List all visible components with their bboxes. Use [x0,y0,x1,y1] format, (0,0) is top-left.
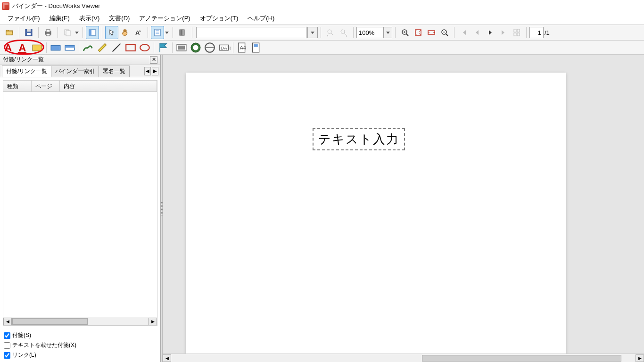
menu-view[interactable]: 表示(V) [74,13,104,24]
doc-scroll-right-icon[interactable]: ▶ [636,354,644,362]
page-total-label: /1 [545,29,550,36]
check-link-input[interactable] [4,352,10,359]
menu-annotation[interactable]: アノテーション(P) [134,13,195,24]
doc-scroll-track[interactable] [171,354,636,362]
check-text-sticky[interactable]: テキストを載せた付箋(X) [4,340,157,350]
search-input[interactable] [196,27,306,38]
svg-rect-32 [514,33,516,36]
side-panel-title-bar: 付箋/リンク一覧 ✕ [0,55,160,65]
col-content[interactable]: 内容 [60,81,157,91]
binder-button[interactable] [176,26,189,39]
copy-button[interactable] [61,26,74,39]
svg-rect-9 [89,30,91,35]
scroll-left-icon[interactable]: ◀ [3,318,12,325]
svg-rect-11 [155,29,160,36]
svg-line-18 [331,33,333,35]
sticky-note-blue2-button[interactable] [63,41,77,54]
document-page[interactable]: テキスト入力 [186,73,566,362]
rectangle-button[interactable] [124,41,138,54]
menu-edit[interactable]: 編集(E) [45,13,74,24]
zoom-in-button[interactable] [398,26,412,39]
tab-notes-links[interactable]: 付箋/リンク一覧 [2,66,51,77]
doc-hscroll[interactable]: ◀ ▶ [163,354,644,362]
search-dropdown-button[interactable] [307,27,318,38]
document-area[interactable]: テキスト入力 ◀ ▶ [163,55,644,362]
svg-rect-7 [66,31,70,36]
svg-rect-55 [254,44,257,47]
col-page[interactable]: ページ [32,81,60,91]
sticky-note-blue-button[interactable] [49,41,63,54]
ellipse-button[interactable] [138,41,152,54]
svg-rect-45 [178,45,185,49]
svg-rect-30 [514,29,516,32]
grid-header: 種類 ページ 内容 [3,81,157,92]
menu-document[interactable]: 文書(D) [104,13,134,24]
print-button[interactable] [41,26,55,39]
copy-dropdown[interactable] [74,26,80,39]
svg-rect-38 [51,45,60,50]
doc-scroll-left-icon[interactable]: ◀ [163,354,171,362]
prev-page-button[interactable] [471,26,484,39]
page-mode-button[interactable] [151,26,164,39]
app-icon [2,2,9,10]
stamp-button[interactable] [174,41,189,54]
page-number-input[interactable] [529,27,544,38]
side-panel: 付箋/リンク一覧 ✕ 付箋/リンク一覧 バインダー索引 署名一覧 ◀ ▶ 種類 … [0,55,161,362]
page-stamp-button[interactable]: A4 [235,41,249,54]
grid-body [3,92,157,317]
freehand-button[interactable] [81,41,95,54]
last-page-button[interactable] [497,26,510,39]
annotation-toolbar: A A DATE A4 [0,41,644,55]
page-mode-dropdown[interactable] [164,26,170,39]
grid-hscroll[interactable]: ◀ ▶ [3,317,157,325]
doc-scroll-thumb[interactable] [422,355,622,362]
save-button[interactable] [22,26,35,39]
continuous-button[interactable] [510,26,523,39]
tab-scroll-left[interactable]: ◀ [144,67,151,75]
scroll-thumb[interactable] [12,318,88,325]
text-annotation-box[interactable]: テキスト入力 [313,128,405,150]
zoom-dropdown[interactable] [384,27,392,38]
zoom-input[interactable] [356,27,384,38]
marker-button[interactable] [95,41,109,54]
pointer-button[interactable] [105,26,118,39]
col-type[interactable]: 種類 [3,81,32,91]
side-panel-button[interactable] [86,26,99,39]
first-page-button[interactable] [457,26,471,39]
check-sticky[interactable]: 付箋(S) [4,330,157,340]
side-panel-filters: 付箋(S) テキストを載せた付箋(X) リンク(L) [0,329,160,362]
search-prev-button[interactable] [324,26,337,39]
circle-stamp-button[interactable] [203,41,217,54]
scroll-right-icon[interactable]: ▶ [149,318,157,325]
tab-scroll-right[interactable]: ▶ [152,67,158,75]
next-page-button[interactable] [484,26,497,39]
fit-page-button[interactable] [412,26,425,39]
check-text-sticky-input[interactable] [4,342,10,349]
side-panel-close-button[interactable]: ✕ [150,56,157,64]
menu-file[interactable]: ファイル(F) [3,13,45,24]
menu-help[interactable]: ヘルプ(H) [243,13,279,24]
check-link[interactable]: リンク(L) [4,350,157,360]
svg-line-41 [113,43,121,51]
flag-button[interactable] [156,41,170,54]
date-stamp-button[interactable] [189,41,203,54]
link-button[interactable] [249,41,264,54]
search-next-button[interactable] [337,26,350,39]
menu-option[interactable]: オプション(T) [195,13,243,24]
line-button[interactable] [109,41,124,54]
hand-button[interactable] [118,26,132,39]
open-button[interactable] [3,26,16,39]
text-select-button[interactable]: A [132,26,145,39]
menu-bar: ファイル(F) 編集(E) 表示(V) 文書(D) アノテーション(P) オプシ… [0,12,644,25]
side-panel-tabs: 付箋/リンク一覧 バインダー索引 署名一覧 ◀ ▶ [0,65,160,77]
sticky-note-yellow-button[interactable] [30,41,44,54]
svg-text:DATE: DATE [221,45,231,50]
text-annotation-button[interactable]: A [16,41,30,54]
tab-signatures[interactable]: 署名一覧 [99,66,130,77]
text-stamp-button[interactable]: DATE [217,41,231,54]
fit-width-button[interactable] [425,26,438,39]
check-sticky-input[interactable] [4,332,10,339]
text-annotation-red-button[interactable]: A [2,41,16,54]
zoom-out-button[interactable] [438,26,451,39]
tab-binder-index[interactable]: バインダー索引 [51,66,99,77]
